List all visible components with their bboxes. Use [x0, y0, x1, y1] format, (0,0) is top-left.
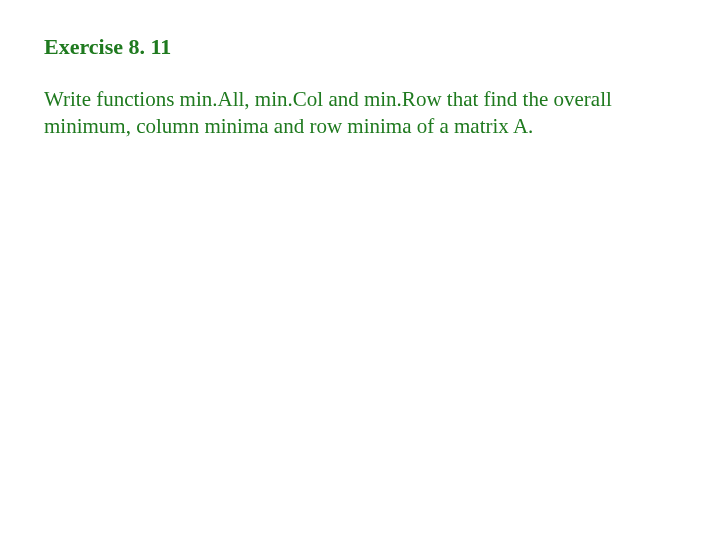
exercise-title: Exercise 8. 11: [44, 34, 680, 60]
slide: Exercise 8. 11 Write functions min.All, …: [0, 0, 720, 540]
exercise-body: Write functions min.All, min.Col and min…: [44, 86, 664, 140]
